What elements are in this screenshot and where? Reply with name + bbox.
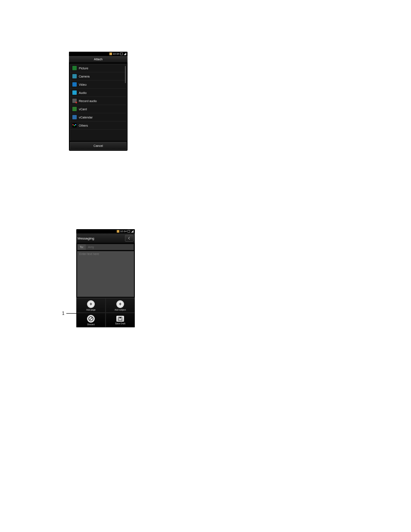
signal-icon bbox=[131, 230, 134, 233]
callout-number: 1 bbox=[62, 311, 65, 316]
back-button[interactable] bbox=[125, 235, 134, 242]
to-field-row: To: Amy bbox=[77, 244, 134, 250]
attach-option-others[interactable]: Others bbox=[70, 121, 126, 130]
attach-options-list: Picture Camera Video Audio Record audio … bbox=[70, 64, 127, 141]
attach-option-record-audio[interactable]: Record audio bbox=[70, 97, 126, 105]
discard-icon bbox=[87, 315, 95, 323]
attach-option-vcalendar[interactable]: vCalendar bbox=[70, 113, 126, 121]
callout-1: 1 bbox=[62, 311, 78, 316]
menu-label: Save Draft bbox=[115, 322, 125, 325]
battery-icon bbox=[128, 230, 130, 233]
svg-line-3 bbox=[90, 317, 92, 320]
video-icon bbox=[72, 82, 77, 87]
scrollbar[interactable] bbox=[125, 66, 126, 83]
to-label: To: bbox=[78, 244, 86, 250]
attach-dialog-screenshot: 10:34 Attach Picture Camera Video Audio … bbox=[69, 52, 128, 151]
camera-icon bbox=[72, 74, 77, 78]
screen-title: Messaging bbox=[78, 236, 125, 240]
svg-marker-1 bbox=[131, 230, 134, 233]
attach-dialog-title: Attach bbox=[69, 56, 128, 63]
callout-leader-line bbox=[66, 313, 78, 314]
attach-option-label: Audio bbox=[79, 91, 87, 94]
audio-icon bbox=[72, 90, 77, 95]
status-time: 10:34 bbox=[120, 230, 127, 233]
messaging-header: Messaging bbox=[76, 233, 135, 243]
plus-icon: + bbox=[116, 300, 124, 308]
attach-option-label: Video bbox=[79, 83, 87, 86]
attach-option-video[interactable]: Video bbox=[70, 81, 126, 89]
menu-save-draft[interactable]: Save Draft bbox=[106, 313, 135, 327]
menu-label: Add subject bbox=[115, 308, 126, 311]
attach-option-label: Camera bbox=[79, 75, 90, 78]
status-bar: 10:34 bbox=[76, 229, 135, 233]
picture-icon bbox=[72, 66, 77, 70]
menu-add-page[interactable]: + Add page bbox=[76, 298, 106, 313]
others-icon bbox=[72, 123, 77, 128]
attach-option-label: Picture bbox=[79, 67, 88, 70]
attach-option-vcard[interactable]: vCard bbox=[70, 105, 126, 113]
attach-option-label: vCard bbox=[79, 108, 87, 111]
vcalendar-icon bbox=[72, 115, 77, 119]
chevron-left-icon bbox=[128, 237, 131, 240]
status-time: 10:34 bbox=[113, 53, 119, 55]
notification-mail-icon bbox=[117, 230, 119, 233]
status-bar: 10:34 bbox=[69, 52, 128, 56]
messaging-screenshot: 10:34 Messaging To: Amy Enter text here … bbox=[76, 229, 135, 327]
svg-marker-0 bbox=[124, 53, 126, 55]
svg-rect-5 bbox=[119, 317, 121, 318]
battery-icon bbox=[120, 53, 123, 55]
plus-icon: + bbox=[87, 300, 95, 308]
notification-mail-icon bbox=[109, 53, 112, 55]
vcard-icon bbox=[72, 107, 77, 111]
save-icon bbox=[116, 316, 124, 322]
menu-label: Add page bbox=[86, 308, 95, 311]
menu-discard[interactable]: Discard bbox=[76, 313, 106, 327]
attach-option-label: vCalendar bbox=[79, 116, 93, 119]
to-input[interactable]: Amy bbox=[86, 244, 134, 250]
attach-option-audio[interactable]: Audio bbox=[70, 89, 126, 97]
signal-icon bbox=[124, 53, 126, 55]
options-menu-panel: + Add page + Add subject Discard Save Dr… bbox=[76, 298, 135, 327]
message-body-input[interactable]: Enter text here bbox=[77, 251, 134, 297]
cancel-button[interactable]: Cancel bbox=[70, 142, 127, 150]
menu-label: Discard bbox=[87, 323, 95, 326]
attach-option-camera[interactable]: Camera bbox=[70, 72, 126, 81]
record-audio-icon bbox=[72, 99, 77, 103]
attach-option-label: Others bbox=[79, 124, 88, 127]
menu-add-subject[interactable]: + Add subject bbox=[106, 298, 135, 313]
attach-option-label: Record audio bbox=[79, 100, 97, 103]
attach-option-picture[interactable]: Picture bbox=[70, 64, 126, 72]
